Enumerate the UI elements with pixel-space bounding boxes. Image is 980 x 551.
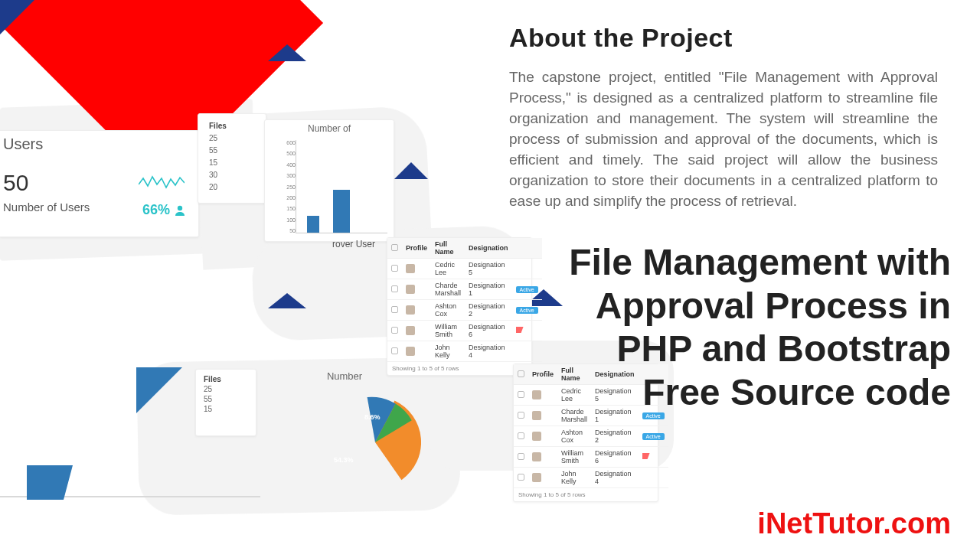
parallelogram-icon [27, 465, 73, 500]
col-fullname: Full Name [431, 238, 465, 259]
cell-des: Designation 5 [465, 259, 512, 279]
bar-chart-title: Number of [270, 123, 389, 134]
tick: 250 [286, 184, 296, 190]
cell-name: John Kelly [431, 341, 465, 362]
pie-label: 8.6% [364, 413, 381, 421]
cell-des: Designation 4 [591, 468, 639, 488]
checkbox-icon[interactable] [518, 453, 524, 460]
files-legend-card: Files 25 55 15 30 20 [198, 113, 266, 204]
triangle-icon [394, 162, 428, 179]
tick: 600 [286, 140, 296, 145]
triangle-icon [268, 293, 306, 308]
bar-y-axis: 600 500 400 300 250 200 150 100 50 [273, 140, 296, 233]
legend-value: 55 [206, 145, 230, 155]
table-row[interactable]: John KellyDesignation 4 [387, 341, 542, 362]
avatar-icon [532, 452, 541, 461]
pie-plot: 8.6% 54.3% [329, 396, 421, 488]
bar [333, 190, 350, 233]
checkbox-icon[interactable] [518, 391, 524, 398]
user-table-card: Profile Full Name Designation Cedric Lee… [387, 237, 532, 376]
tick: 500 [286, 151, 296, 156]
cell-des: Designation 6 [591, 447, 639, 468]
avatar-icon [532, 473, 541, 482]
files-legend-card: Files 25 55 15 [195, 369, 256, 436]
avatar-icon [532, 432, 541, 441]
tick: 100 [286, 217, 296, 223]
flag-icon [516, 327, 524, 333]
table-row[interactable]: Charde MarshallDesignation 1Active [387, 279, 542, 300]
about-heading: About the Project [509, 23, 733, 53]
legend-value: 15 [206, 157, 230, 168]
table-row[interactable]: Ashton CoxDesignation 2Active [387, 300, 542, 321]
checkbox-icon[interactable] [391, 347, 398, 354]
status-badge: Active [642, 433, 665, 440]
col-profile: Profile [402, 238, 431, 259]
tick: 150 [286, 206, 296, 211]
legend-value: 15 [204, 405, 221, 413]
cell-des: Designation 1 [465, 279, 512, 300]
legend-value: 20 [206, 181, 230, 192]
checkbox-icon[interactable] [518, 412, 524, 419]
flag-icon [642, 453, 650, 459]
legend-value: 30 [206, 169, 230, 180]
pie-chart-card: Number 8.6% 54.3% [260, 366, 429, 504]
files-header: Files [206, 120, 230, 131]
tick: 300 [286, 173, 296, 178]
cell-name: Cedric Lee [431, 259, 465, 279]
avatar-icon [532, 411, 541, 420]
pie-chart-title: Number [260, 370, 429, 382]
avatar-icon [406, 347, 415, 356]
col-designation: Designation [465, 238, 512, 259]
table-row[interactable]: Cedric LeeDesignation 5 [387, 259, 542, 279]
checkbox-icon[interactable] [391, 327, 398, 334]
files-header: Files [204, 375, 221, 383]
table-row[interactable]: John KellyDesignation 4 [514, 468, 668, 488]
triangle-icon [0, 0, 34, 34]
bar-chart-card: Number of 600 500 400 300 250 200 150 10… [264, 119, 394, 242]
triangle-icon [268, 44, 306, 61]
checkbox-icon[interactable] [518, 474, 524, 481]
checkbox-icon[interactable] [391, 306, 398, 313]
avatar-icon [406, 285, 415, 294]
cell-name: Ashton Cox [557, 426, 591, 447]
cell-name: William Smith [557, 447, 591, 468]
about-body: The capstone project, entitled "File Man… [509, 67, 938, 212]
cell-name: Ashton Cox [431, 300, 465, 321]
table-row[interactable]: William SmithDesignation 6 [514, 447, 668, 468]
cell-name: William Smith [431, 321, 465, 341]
table-row[interactable]: Ashton CoxDesignation 2Active [514, 426, 668, 447]
tick: 50 [289, 228, 296, 233]
page-title: File Management with Approval Process in… [553, 241, 951, 415]
user-icon [174, 204, 186, 217]
legend-value: 55 [204, 395, 221, 403]
status-badge: Active [516, 286, 538, 293]
checkbox-icon[interactable] [391, 285, 398, 292]
bar [307, 216, 319, 233]
table-header-row: Profile Full Name Designation [387, 238, 542, 259]
legend-value: 25 [204, 385, 221, 393]
checkbox-icon[interactable] [518, 370, 524, 377]
checkbox-icon[interactable] [391, 244, 398, 251]
users-title: Users [3, 135, 198, 153]
cell-des: Designation 2 [465, 300, 512, 321]
slide-root: Users 50 Number of Users 66% Files 25 55… [0, 0, 980, 551]
bar-plot-area [296, 140, 387, 233]
users-percent: 66% [142, 202, 186, 218]
checkbox-icon[interactable] [518, 432, 524, 439]
users-percent-value: 66% [142, 202, 170, 217]
tick: 200 [286, 195, 296, 201]
table-row[interactable]: William SmithDesignation 6 [387, 321, 542, 341]
checkbox-icon[interactable] [391, 265, 398, 272]
cell-name: Charde Marshall [431, 279, 465, 300]
brand-name: iNetTutor.com [757, 507, 951, 540]
approver-user-label: rover User [332, 239, 375, 249]
users-stat-card: Users 50 Number of Users 66% [0, 130, 199, 237]
cell-des: Designation 4 [465, 341, 512, 362]
avatar-icon [406, 326, 415, 335]
sparkline-icon [139, 174, 185, 191]
table-pager: Showing 1 to 5 of 5 rows [514, 488, 658, 501]
avatar-icon [532, 390, 541, 399]
pie-label: 54.3% [334, 456, 354, 464]
user-table: Profile Full Name Designation Cedric Lee… [387, 238, 542, 362]
cell-name: John Kelly [557, 468, 591, 488]
